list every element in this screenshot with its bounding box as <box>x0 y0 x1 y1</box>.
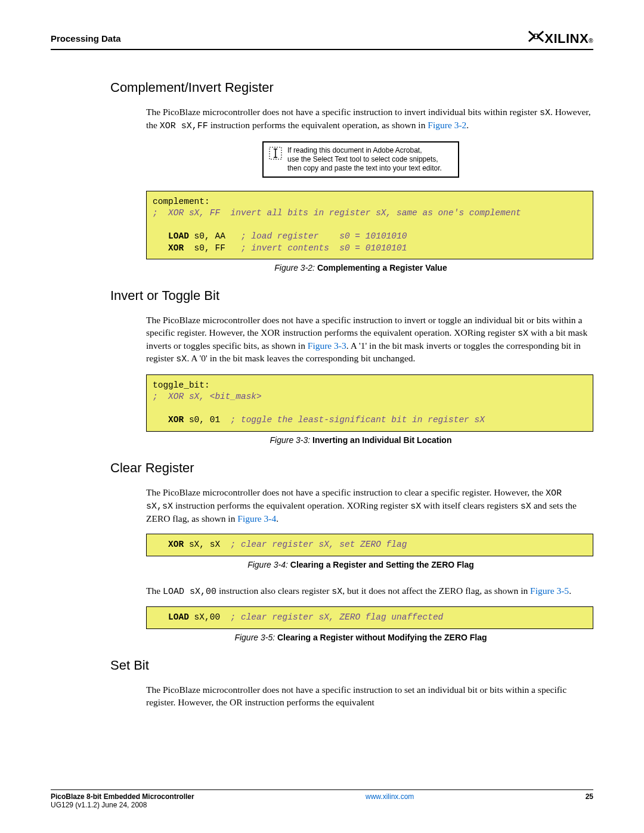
logo-mark-icon <box>528 30 544 47</box>
code-figure-3-4: XOR sX, sX ; clear register sX, set ZERO… <box>146 534 593 556</box>
figure-ref-link[interactable]: Figure 3-5 <box>530 586 569 596</box>
page-number: 25 <box>586 792 593 809</box>
page-content: Complement/Invert Register The PicoBlaze… <box>128 80 593 709</box>
paragraph: The PicoBlaze microcontroller does not h… <box>146 684 593 709</box>
figure-caption: Figure 3-5: Clearing a Register without … <box>128 633 593 642</box>
footer-url-link[interactable]: www.xilinx.com <box>366 792 414 801</box>
code-figure-3-2: complement: ; XOR sX, FF invert all bits… <box>146 191 593 260</box>
xilinx-logo: XILINX ® <box>528 30 593 47</box>
page-header: Processing Data XILINX ® <box>51 30 593 50</box>
heading-complement-invert: Complement/Invert Register <box>110 80 593 95</box>
figure-caption: Figure 3-3: Inverting an Individual Bit … <box>128 435 593 445</box>
figure-caption: Figure 3-4: Clearing a Register and Sett… <box>128 560 593 569</box>
figure-caption: Figure 3-2: Complementing a Register Val… <box>128 263 593 272</box>
figure-ref-link[interactable]: Figure 3-2 <box>428 120 466 130</box>
paragraph: The PicoBlaze microcontroller does not h… <box>146 314 593 366</box>
page-footer: PicoBlaze 8-bit Embedded Microcontroller… <box>51 789 593 809</box>
section-title: Processing Data <box>51 33 121 44</box>
text-cursor-icon <box>268 146 283 173</box>
figure-ref-link[interactable]: Figure 3-3 <box>308 340 346 351</box>
logo-text: XILINX <box>544 31 589 47</box>
registered-icon: ® <box>589 38 593 44</box>
heading-clear-register: Clear Register <box>110 460 593 476</box>
code-figure-3-5: LOAD sX,00 ; clear register sX, ZERO fla… <box>146 606 593 629</box>
doc-version: UG129 (v1.1.2) June 24, 2008 <box>51 801 147 809</box>
figure-ref-link[interactable]: Figure 3-4 <box>237 513 276 524</box>
paragraph: The PicoBlaze microcontroller does not h… <box>146 487 593 525</box>
paragraph: The LOAD sX,00 instruction also clears r… <box>146 585 593 598</box>
paragraph: The PicoBlaze microcontroller does not h… <box>146 106 593 133</box>
code-figure-3-3: toggle_bit: ; XOR sX, <bit_mask> XOR s0,… <box>146 374 593 432</box>
heading-invert-toggle: Invert or Toggle Bit <box>110 288 593 304</box>
doc-title: PicoBlaze 8-bit Embedded Microcontroller <box>51 792 194 801</box>
hint-callout: If reading this document in Adobe Acroba… <box>262 141 459 178</box>
heading-set-bit: Set Bit <box>110 658 593 673</box>
